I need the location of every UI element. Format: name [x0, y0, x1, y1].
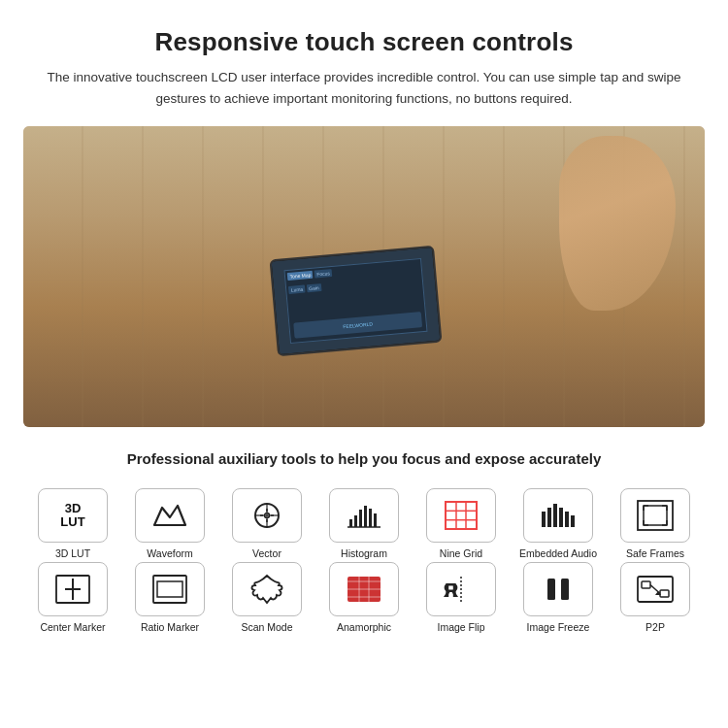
screen-menu-item: Focus: [314, 269, 332, 279]
tool-item-embedded-audio: Embedded Audio: [513, 488, 604, 560]
tool-label-scan-mode: Scan Mode: [241, 621, 292, 634]
svg-rect-24: [559, 508, 563, 527]
tool-icon-box-embedded-audio: [523, 488, 593, 543]
svg-rect-11: [359, 510, 362, 527]
ratio-marker-icon: [149, 572, 191, 607]
tool-item-vector: Vector: [221, 488, 313, 560]
tool-label-waveform: Waveform: [147, 547, 192, 560]
svg-rect-46: [561, 579, 569, 600]
histogram-icon: [343, 498, 385, 533]
tool-item-image-flip: R R Image Flip: [415, 562, 507, 634]
tool-label-safe-frames: Safe Frames: [626, 547, 684, 560]
screen-brand: FEELWORLD: [343, 321, 373, 330]
tool-item-ninegrid: Nine Grid: [415, 488, 507, 560]
tool-label-ninegrid: Nine Grid: [440, 547, 482, 560]
svg-rect-45: [547, 579, 555, 600]
tool-icon-box-scan-mode: [232, 562, 302, 616]
svg-rect-13: [369, 509, 372, 527]
subtitle-text: The innovative touchscreen LCD user inte…: [23, 67, 705, 109]
svg-rect-34: [153, 576, 186, 603]
monitor-screen: Tone Map Focus Luma Gain FEELWORLD: [272, 248, 441, 354]
hero-image: Tone Map Focus Luma Gain FEELWORLD: [23, 126, 705, 427]
svg-rect-12: [364, 506, 367, 527]
safe-frames-icon: [634, 498, 677, 533]
scan-mode-icon: [246, 572, 288, 607]
tool-icon-box-anamorphic: [329, 562, 399, 616]
tool-item-histogram: Histogram: [318, 488, 410, 560]
3dlut-icon: 3D LUT: [60, 502, 84, 530]
svg-rect-28: [644, 506, 667, 525]
svg-rect-14: [374, 513, 377, 527]
tool-item-center-marker: Center Marker: [27, 562, 118, 634]
main-title: Responsive touch screen controls: [23, 27, 705, 57]
section-title: Professional auxiliary tools to help you…: [23, 448, 705, 469]
svg-rect-9: [349, 519, 352, 527]
tool-icon-box-p2p: [620, 562, 690, 616]
tool-label-anamorphic: Anamorphic: [337, 621, 391, 634]
tool-label-ratio-marker: Ratio Marker: [141, 621, 199, 634]
tool-item-p2p: P2P: [610, 562, 701, 634]
ninegrid-icon: [440, 498, 482, 533]
screen-menu-item: Tone Map: [287, 271, 314, 281]
tool-label-p2p: P2P: [645, 621, 665, 634]
vector-icon: [246, 498, 288, 533]
tool-icon-box-waveform: [135, 488, 205, 543]
tool-icon-box-histogram: [329, 488, 399, 543]
image-freeze-icon: [537, 572, 579, 607]
svg-rect-35: [157, 581, 182, 597]
tool-item-ratio-marker: Ratio Marker: [124, 562, 215, 634]
tool-label-3dlut: 3D LUT: [55, 547, 90, 560]
svg-rect-21: [542, 512, 546, 527]
tool-icon-box-image-freeze: [523, 562, 593, 616]
screen-menu-item: Gain: [307, 283, 321, 292]
tool-label-histogram: Histogram: [341, 547, 387, 560]
embedded-audio-icon: [537, 498, 579, 533]
svg-marker-0: [154, 506, 185, 525]
center-marker-icon: [51, 572, 94, 607]
tool-item-image-freeze: Image Freeze: [513, 562, 604, 634]
tool-icon-box-image-flip: R R: [426, 562, 496, 616]
tool-item-safe-frames: Safe Frames: [610, 488, 701, 560]
tool-item-anamorphic: Anamorphic: [318, 562, 410, 634]
svg-rect-49: [660, 590, 669, 597]
tool-label-image-freeze: Image Freeze: [527, 621, 590, 634]
svg-text:R: R: [443, 579, 457, 601]
tool-item-3dlut: 3D LUT 3D LUT: [27, 488, 118, 560]
svg-rect-25: [565, 512, 569, 527]
svg-rect-48: [642, 581, 650, 588]
tool-item-waveform: Waveform: [124, 488, 215, 560]
tool-icon-box-center-marker: [38, 562, 108, 616]
anamorphic-icon: [343, 572, 385, 607]
svg-rect-26: [571, 515, 575, 527]
monitor-screen-inner: Tone Map Focus Luma Gain FEELWORLD: [284, 258, 427, 345]
svg-rect-16: [446, 502, 477, 529]
svg-rect-10: [354, 515, 357, 527]
tools-grid-row1: 3D LUT 3D LUT Waveform: [23, 488, 705, 560]
tool-label-embedded-audio: Embedded Audio: [519, 547, 597, 560]
tool-label-center-marker: Center Marker: [40, 621, 105, 634]
tool-icon-box-ratio-marker: [135, 562, 205, 616]
p2p-icon: [634, 572, 677, 607]
waveform-icon: [149, 498, 191, 533]
tool-item-scan-mode: Scan Mode: [221, 562, 313, 634]
hero-scene: Tone Map Focus Luma Gain FEELWORLD: [23, 126, 705, 427]
hand-area: [559, 136, 676, 311]
svg-rect-23: [553, 504, 557, 527]
tool-icon-box-3dlut: 3D LUT: [38, 488, 108, 543]
tools-grid-row2: Center Marker Ratio Marker Scan Mode: [23, 562, 705, 634]
page-wrapper: Responsive touch screen controls The inn…: [0, 0, 728, 652]
tool-icon-box-vector: [232, 488, 302, 543]
tool-icon-box-ninegrid: [426, 488, 496, 543]
monitor-device: Tone Map Focus Luma Gain FEELWORLD: [269, 246, 442, 356]
tool-label-vector: Vector: [252, 547, 281, 560]
screen-menu-item: Luma: [288, 284, 305, 293]
tool-label-image-flip: Image Flip: [437, 621, 484, 634]
svg-rect-22: [547, 508, 551, 527]
tool-icon-box-safe-frames: [620, 488, 690, 543]
image-flip-icon: R R: [440, 572, 482, 607]
